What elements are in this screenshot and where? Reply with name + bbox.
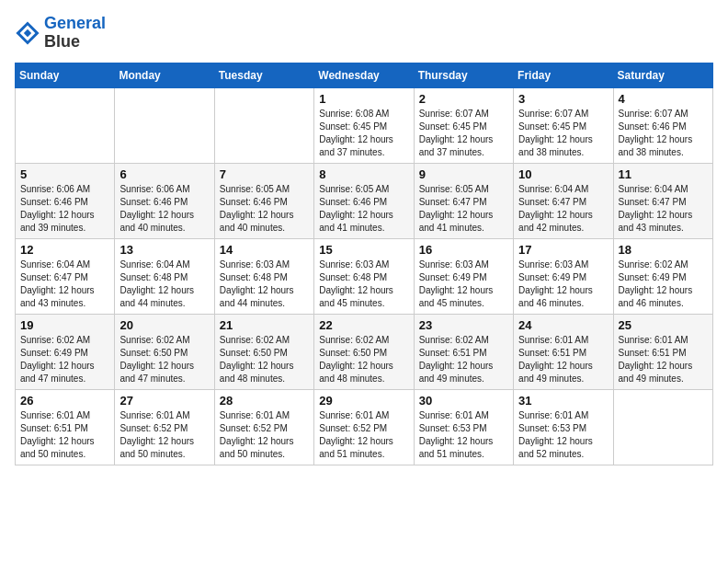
weekday-header: Sunday bbox=[16, 63, 115, 87]
calendar-cell: 3Sunrise: 6:07 AM Sunset: 6:45 PM Daylig… bbox=[514, 87, 613, 163]
day-info: Sunrise: 6:07 AM Sunset: 6:45 PM Dayligh… bbox=[419, 108, 508, 159]
calendar-cell bbox=[115, 87, 214, 163]
calendar-cell: 21Sunrise: 6:02 AM Sunset: 6:50 PM Dayli… bbox=[214, 314, 313, 389]
day-number: 6 bbox=[119, 167, 209, 181]
calendar-cell: 15Sunrise: 6:03 AM Sunset: 6:48 PM Dayli… bbox=[314, 238, 414, 314]
day-number: 24 bbox=[518, 318, 608, 332]
day-info: Sunrise: 6:01 AM Sunset: 6:52 PM Dayligh… bbox=[319, 409, 408, 461]
day-number: 28 bbox=[220, 394, 309, 408]
day-info: Sunrise: 6:01 AM Sunset: 6:52 PM Dayligh… bbox=[220, 409, 309, 461]
calendar-week-row: 26Sunrise: 6:01 AM Sunset: 6:51 PM Dayli… bbox=[16, 389, 713, 465]
calendar-cell: 31Sunrise: 6:01 AM Sunset: 6:53 PM Dayli… bbox=[514, 389, 613, 465]
day-number: 2 bbox=[419, 92, 508, 106]
weekday-header: Friday bbox=[514, 63, 613, 87]
calendar-cell: 18Sunrise: 6:02 AM Sunset: 6:49 PM Dayli… bbox=[613, 238, 712, 314]
page-header: GeneralBlue bbox=[15, 15, 713, 52]
calendar-cell: 26Sunrise: 6:01 AM Sunset: 6:51 PM Dayli… bbox=[16, 389, 115, 465]
logo: GeneralBlue bbox=[15, 15, 106, 52]
calendar-cell: 14Sunrise: 6:03 AM Sunset: 6:48 PM Dayli… bbox=[214, 238, 313, 314]
day-info: Sunrise: 6:07 AM Sunset: 6:45 PM Dayligh… bbox=[518, 108, 608, 159]
day-number: 17 bbox=[518, 243, 608, 257]
day-number: 30 bbox=[419, 394, 508, 408]
day-number: 10 bbox=[518, 167, 608, 181]
day-info: Sunrise: 6:02 AM Sunset: 6:49 PM Dayligh… bbox=[20, 334, 109, 385]
weekday-header: Wednesday bbox=[314, 63, 414, 87]
calendar-cell: 10Sunrise: 6:04 AM Sunset: 6:47 PM Dayli… bbox=[514, 163, 613, 238]
day-info: Sunrise: 6:04 AM Sunset: 6:48 PM Dayligh… bbox=[119, 259, 209, 310]
day-number: 11 bbox=[619, 167, 708, 181]
calendar-cell: 19Sunrise: 6:02 AM Sunset: 6:49 PM Dayli… bbox=[16, 314, 115, 389]
calendar-table: SundayMondayTuesdayWednesdayThursdayFrid… bbox=[15, 63, 713, 465]
calendar-cell: 23Sunrise: 6:02 AM Sunset: 6:51 PM Dayli… bbox=[414, 314, 513, 389]
day-info: Sunrise: 6:05 AM Sunset: 6:47 PM Dayligh… bbox=[419, 183, 508, 235]
weekday-header: Saturday bbox=[613, 63, 712, 87]
day-number: 16 bbox=[419, 243, 508, 257]
day-info: Sunrise: 6:05 AM Sunset: 6:46 PM Dayligh… bbox=[319, 183, 408, 235]
calendar-cell: 27Sunrise: 6:01 AM Sunset: 6:52 PM Dayli… bbox=[115, 389, 214, 465]
day-number: 31 bbox=[518, 394, 608, 408]
day-number: 21 bbox=[220, 318, 309, 332]
day-info: Sunrise: 6:04 AM Sunset: 6:47 PM Dayligh… bbox=[619, 183, 708, 235]
calendar-cell: 6Sunrise: 6:06 AM Sunset: 6:46 PM Daylig… bbox=[115, 163, 214, 238]
calendar-cell: 29Sunrise: 6:01 AM Sunset: 6:52 PM Dayli… bbox=[314, 389, 414, 465]
calendar-cell: 20Sunrise: 6:02 AM Sunset: 6:50 PM Dayli… bbox=[115, 314, 214, 389]
day-info: Sunrise: 6:03 AM Sunset: 6:48 PM Dayligh… bbox=[220, 259, 309, 310]
calendar-cell: 4Sunrise: 6:07 AM Sunset: 6:46 PM Daylig… bbox=[613, 87, 712, 163]
day-number: 19 bbox=[20, 318, 109, 332]
day-info: Sunrise: 6:07 AM Sunset: 6:46 PM Dayligh… bbox=[619, 108, 708, 159]
calendar-cell: 5Sunrise: 6:06 AM Sunset: 6:46 PM Daylig… bbox=[16, 163, 115, 238]
day-info: Sunrise: 6:01 AM Sunset: 6:52 PM Dayligh… bbox=[119, 409, 209, 461]
day-number: 5 bbox=[20, 167, 109, 181]
calendar-cell: 11Sunrise: 6:04 AM Sunset: 6:47 PM Dayli… bbox=[613, 163, 712, 238]
day-number: 9 bbox=[419, 167, 508, 181]
day-number: 27 bbox=[119, 394, 209, 408]
day-info: Sunrise: 6:01 AM Sunset: 6:51 PM Dayligh… bbox=[518, 334, 608, 385]
calendar-cell: 17Sunrise: 6:03 AM Sunset: 6:49 PM Dayli… bbox=[514, 238, 613, 314]
calendar-cell: 16Sunrise: 6:03 AM Sunset: 6:49 PM Dayli… bbox=[414, 238, 513, 314]
calendar-cell bbox=[16, 87, 115, 163]
calendar-cell: 7Sunrise: 6:05 AM Sunset: 6:46 PM Daylig… bbox=[214, 163, 313, 238]
day-number: 22 bbox=[319, 318, 408, 332]
calendar-cell: 8Sunrise: 6:05 AM Sunset: 6:46 PM Daylig… bbox=[314, 163, 414, 238]
calendar-cell: 12Sunrise: 6:04 AM Sunset: 6:47 PM Dayli… bbox=[16, 238, 115, 314]
calendar-cell: 2Sunrise: 6:07 AM Sunset: 6:45 PM Daylig… bbox=[414, 87, 513, 163]
day-number: 18 bbox=[619, 243, 708, 257]
calendar-cell: 30Sunrise: 6:01 AM Sunset: 6:53 PM Dayli… bbox=[414, 389, 513, 465]
day-info: Sunrise: 6:01 AM Sunset: 6:53 PM Dayligh… bbox=[419, 409, 508, 461]
day-info: Sunrise: 6:02 AM Sunset: 6:49 PM Dayligh… bbox=[619, 259, 708, 310]
day-info: Sunrise: 6:03 AM Sunset: 6:49 PM Dayligh… bbox=[518, 259, 608, 310]
calendar-week-row: 19Sunrise: 6:02 AM Sunset: 6:49 PM Dayli… bbox=[16, 314, 713, 389]
day-info: Sunrise: 6:06 AM Sunset: 6:46 PM Dayligh… bbox=[20, 183, 109, 235]
day-number: 29 bbox=[319, 394, 408, 408]
day-info: Sunrise: 6:03 AM Sunset: 6:49 PM Dayligh… bbox=[419, 259, 508, 310]
day-info: Sunrise: 6:01 AM Sunset: 6:51 PM Dayligh… bbox=[619, 334, 708, 385]
day-number: 15 bbox=[319, 243, 408, 257]
day-info: Sunrise: 6:03 AM Sunset: 6:48 PM Dayligh… bbox=[319, 259, 408, 310]
day-number: 8 bbox=[319, 167, 408, 181]
day-number: 4 bbox=[619, 92, 708, 106]
day-info: Sunrise: 6:02 AM Sunset: 6:50 PM Dayligh… bbox=[319, 334, 408, 385]
logo-text: GeneralBlue bbox=[44, 15, 106, 52]
day-number: 3 bbox=[518, 92, 608, 106]
day-info: Sunrise: 6:08 AM Sunset: 6:45 PM Dayligh… bbox=[319, 108, 408, 159]
day-info: Sunrise: 6:05 AM Sunset: 6:46 PM Dayligh… bbox=[220, 183, 309, 235]
day-info: Sunrise: 6:06 AM Sunset: 6:46 PM Dayligh… bbox=[119, 183, 209, 235]
day-info: Sunrise: 6:04 AM Sunset: 6:47 PM Dayligh… bbox=[518, 183, 608, 235]
day-number: 12 bbox=[20, 243, 109, 257]
day-info: Sunrise: 6:02 AM Sunset: 6:51 PM Dayligh… bbox=[419, 334, 508, 385]
calendar-cell: 25Sunrise: 6:01 AM Sunset: 6:51 PM Dayli… bbox=[613, 314, 712, 389]
day-info: Sunrise: 6:04 AM Sunset: 6:47 PM Dayligh… bbox=[20, 259, 109, 310]
calendar-cell: 22Sunrise: 6:02 AM Sunset: 6:50 PM Dayli… bbox=[314, 314, 414, 389]
day-info: Sunrise: 6:02 AM Sunset: 6:50 PM Dayligh… bbox=[220, 334, 309, 385]
calendar-week-row: 5Sunrise: 6:06 AM Sunset: 6:46 PM Daylig… bbox=[16, 163, 713, 238]
weekday-header: Monday bbox=[115, 63, 214, 87]
weekday-header: Tuesday bbox=[214, 63, 313, 87]
weekday-header: Thursday bbox=[414, 63, 513, 87]
day-number: 26 bbox=[20, 394, 109, 408]
calendar-cell bbox=[613, 389, 712, 465]
day-info: Sunrise: 6:02 AM Sunset: 6:50 PM Dayligh… bbox=[119, 334, 209, 385]
calendar-cell bbox=[214, 87, 313, 163]
day-number: 20 bbox=[119, 318, 209, 332]
day-info: Sunrise: 6:01 AM Sunset: 6:51 PM Dayligh… bbox=[20, 409, 109, 461]
calendar-week-row: 12Sunrise: 6:04 AM Sunset: 6:47 PM Dayli… bbox=[16, 238, 713, 314]
